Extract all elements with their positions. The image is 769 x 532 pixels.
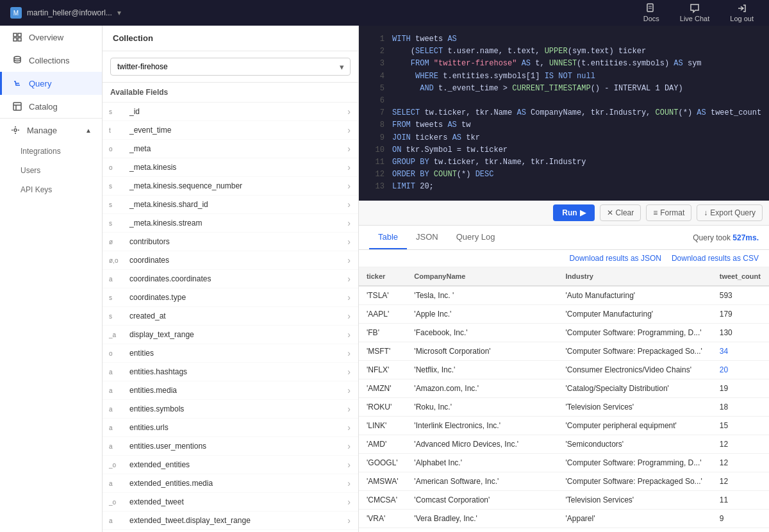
table-row: 'AOBC' 'American Outdoor Brands Corporat… <box>359 528 769 532</box>
field-expand-icon[interactable]: › <box>345 124 353 137</box>
field-expand-icon[interactable]: › <box>345 217 353 229</box>
sidebar-manage-header[interactable]: Manage ▲ <box>0 119 102 142</box>
cell-ticker: 'NFLX' <box>359 361 406 379</box>
sidebar-item-integrations[interactable]: Integrations <box>0 142 102 161</box>
line-number: 9 <box>367 132 384 144</box>
cell-industry: 'Computer peripheral equipment' <box>558 417 712 435</box>
field-expand-icon[interactable]: › <box>345 254 353 267</box>
field-expand-icon[interactable]: › <box>345 514 353 527</box>
cell-ticker: 'GOOGL' <box>359 454 406 472</box>
format-button[interactable]: ≡ Format <box>646 204 691 221</box>
field-expand-icon[interactable]: › <box>345 179 353 192</box>
field-item: s _meta.kinesis.sequence_number › <box>103 177 358 195</box>
field-expand-icon[interactable]: › <box>345 440 353 453</box>
field-expand-icon[interactable]: › <box>345 291 353 304</box>
field-expand-icon[interactable]: › <box>345 347 353 360</box>
field-expand-icon[interactable]: › <box>345 105 353 118</box>
field-expand-icon[interactable]: › <box>345 198 353 211</box>
field-expand-icon[interactable]: › <box>345 403 353 415</box>
code-line: 5 AND t._event_time > CURRENT_TIMESTAMP(… <box>359 83 769 95</box>
results-meta-right: Download results as JSON Download result… <box>570 254 759 263</box>
download-csv-link[interactable]: Download results as CSV <box>672 254 759 263</box>
field-type: s <box>109 201 127 208</box>
run-button[interactable]: Run ▶ <box>553 204 594 221</box>
grid-icon <box>12 32 22 42</box>
col-tweet-count: tweet_count <box>712 267 769 286</box>
line-number: 6 <box>367 95 384 107</box>
cell-company: 'Apple Inc.' <box>406 305 558 324</box>
field-type: ø,o <box>109 257 127 264</box>
code-text: LIMIT 20; <box>392 181 434 193</box>
cell-count: 9 <box>712 510 769 528</box>
field-name: _meta.kinesis <box>129 163 342 172</box>
clear-button[interactable]: ✕ Clear <box>600 204 641 221</box>
code-line: 11GROUP BY tw.ticker, tkr.Name, tkr.Indu… <box>359 156 769 169</box>
field-name: _id <box>129 107 342 116</box>
table-row: 'AAPL' 'Apple Inc.' 'Computer Manufactur… <box>359 305 769 324</box>
download-json-link[interactable]: Download results as JSON <box>570 254 661 263</box>
field-type: a <box>109 406 127 413</box>
tab-table[interactable]: Table <box>369 226 407 249</box>
field-expand-icon[interactable]: › <box>345 421 353 434</box>
line-number: 4 <box>367 71 384 83</box>
sidebar-item-collections[interactable]: Collections <box>0 49 102 72</box>
cell-industry: 'Television Services' <box>558 398 712 417</box>
line-number: 11 <box>367 156 384 169</box>
field-item: o _meta.kinesis › <box>103 158 358 177</box>
table-row: 'LINK' 'Interlink Electronics, Inc.' 'Co… <box>359 417 769 435</box>
cell-count: 15 <box>712 417 769 435</box>
field-expand-icon[interactable]: › <box>345 477 353 490</box>
field-expand-icon[interactable]: › <box>345 161 353 174</box>
line-number: 10 <box>367 144 384 156</box>
clear-icon: ✕ <box>607 208 613 217</box>
field-expand-icon[interactable]: › <box>345 310 353 322</box>
sidebar-item-users[interactable]: Users <box>0 161 102 180</box>
field-name: _meta <box>129 144 342 153</box>
docs-button[interactable]: Docs <box>638 1 665 25</box>
field-type: t <box>109 127 127 134</box>
field-expand-icon[interactable]: › <box>345 495 353 508</box>
sidebar-item-api-keys[interactable]: API Keys <box>0 180 102 199</box>
tab-query-log[interactable]: Query Log <box>447 226 504 249</box>
results-table-body: 'TSLA' 'Tesla, Inc. ' 'Auto Manufacturin… <box>359 286 769 532</box>
sidebar-item-catalog[interactable]: Catalog <box>0 95 102 118</box>
logout-icon <box>737 3 747 13</box>
collection-select[interactable]: twitter-firehose <box>110 58 351 76</box>
field-expand-icon[interactable]: › <box>345 272 353 285</box>
field-item: ø,o coordinates › <box>103 251 358 270</box>
field-expand-icon[interactable]: › <box>345 365 353 378</box>
field-name: entities.media <box>129 386 342 395</box>
field-name: coordinates.type <box>129 293 342 302</box>
sidebar-item-overview-label: Overview <box>29 33 63 42</box>
query-time-value: 527ms. <box>732 233 759 242</box>
line-number: 3 <box>367 58 384 70</box>
logout-label: Log out <box>730 15 754 22</box>
sidebar-item-collections-label: Collections <box>29 56 70 65</box>
code-area[interactable]: 1WITH tweets AS2 (SELECT t.user.name, t.… <box>359 26 769 201</box>
code-text: FROM "twitter-firehose" AS t, UNNEST(t.e… <box>392 58 702 70</box>
field-type: s <box>109 108 127 115</box>
field-expand-icon[interactable]: › <box>345 328 353 341</box>
field-item: t _event_time › <box>103 121 358 140</box>
field-type: _o <box>109 461 127 469</box>
collection-panel: Collection twitter-firehose Available Fi… <box>103 26 359 532</box>
live-chat-button[interactable]: Live Chat <box>675 1 715 25</box>
field-type: s <box>109 294 127 301</box>
cell-company: 'Amazon.com, Inc.' <box>406 379 558 398</box>
svg-rect-6 <box>18 38 21 41</box>
field-type: a <box>109 276 127 283</box>
results-table-wrap: ticker CompanyName Industry tweet_count … <box>359 267 769 532</box>
sidebar-item-overview[interactable]: Overview <box>0 26 102 49</box>
field-expand-icon[interactable]: › <box>345 384 353 397</box>
field-expand-icon[interactable]: › <box>345 235 353 248</box>
field-expand-icon[interactable]: › <box>345 142 353 155</box>
field-expand-icon[interactable]: › <box>345 458 353 471</box>
integrations-label: Integrations <box>21 147 61 156</box>
logout-button[interactable]: Log out <box>725 1 759 25</box>
tab-json[interactable]: JSON <box>407 226 447 249</box>
cell-count: 12 <box>712 435 769 454</box>
export-button[interactable]: ↓ Export Query <box>697 204 763 221</box>
cell-count: 8 <box>712 528 769 532</box>
field-item: a extended_entities.media › <box>103 474 358 493</box>
sidebar-item-query[interactable]: Query <box>0 72 102 95</box>
